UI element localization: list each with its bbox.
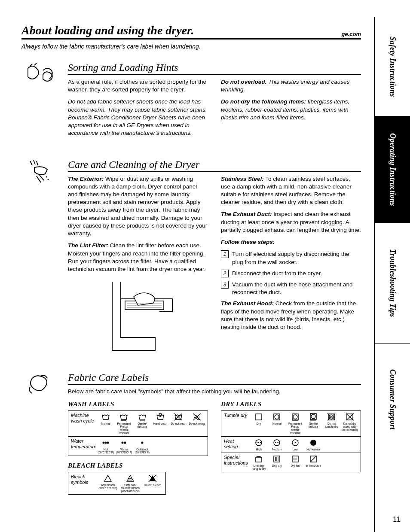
svg-point-22	[257, 442, 258, 443]
tab-troubleshooting: Troubleshooting Tips	[388, 236, 397, 330]
care-duct: The Exhaust Duct: Inspect and clean the …	[221, 210, 361, 234]
dry-labels-table: Tumble dry Dry Normal Permanent Press/ w…	[221, 410, 361, 472]
svg-point-29	[295, 442, 296, 443]
svg-rect-31	[256, 457, 262, 462]
step-1: Turn off electrical supply by disconnect…	[232, 250, 361, 266]
bleach-labels-title: BLEACH LABELS	[68, 462, 208, 469]
svg-point-6	[124, 441, 126, 444]
step-3-num: 3	[221, 281, 229, 289]
tab-consumer: Consumer Support	[388, 356, 397, 443]
svg-rect-8	[256, 414, 262, 420]
step-2: Disconnect the duct from the dryer.	[232, 270, 361, 277]
tab-operating: Operating Instructions	[388, 120, 397, 219]
svg-point-27	[278, 442, 279, 443]
sorting-p1: As a general rule, if clothes are sorted…	[68, 78, 208, 94]
brand-url: ge.com	[341, 31, 361, 37]
tab-safety: Safety Instructions	[388, 24, 397, 110]
lint-filter-illustration	[95, 277, 181, 355]
svg-point-24	[260, 442, 261, 443]
care-heading: Care and Cleaning of the Dryer	[68, 159, 361, 172]
svg-point-3	[105, 441, 107, 444]
svg-point-25	[274, 440, 280, 446]
fabric-icon	[21, 372, 60, 398]
svg-point-5	[122, 441, 124, 444]
page-number: 11	[393, 516, 401, 523]
svg-point-30	[310, 440, 316, 446]
care-stainless: Stainless Steel: To clean stainless stee…	[221, 175, 361, 207]
svg-point-0	[46, 176, 47, 177]
svg-point-15	[311, 414, 315, 419]
fabric-heading: Fabric Care Labels	[68, 372, 361, 385]
sorting-p3: Do not overload. This wastes energy and …	[221, 78, 361, 94]
svg-point-2	[103, 441, 105, 444]
svg-point-26	[275, 442, 277, 443]
care-hood: The Exhaust Hood: Check from the outside…	[221, 300, 361, 331]
sorting-icon	[21, 62, 60, 88]
sidebar-tabs: Safety Instructions Operating Instructio…	[374, 17, 410, 532]
sorting-p4: Do not dry the following items: fibergla…	[221, 98, 361, 122]
step-1-num: 1	[221, 250, 229, 258]
steps-label: Follow these steps:	[221, 238, 361, 246]
step-2-num: 2	[221, 270, 229, 277]
step-3: Vacuum the duct with the hose attachment…	[232, 281, 361, 296]
svg-point-10	[275, 415, 279, 419]
care-lint: The Lint Filter: Clean the lint filter b…	[68, 242, 208, 273]
svg-point-12	[293, 415, 297, 419]
sorting-heading: Sorting and Loading Hints	[68, 62, 361, 75]
svg-point-7	[141, 441, 143, 444]
page-title: About loading and using the dryer.	[21, 24, 194, 37]
svg-point-4	[107, 441, 109, 444]
svg-point-23	[258, 442, 260, 443]
page-subhead: Always follow the fabric manufacturer's …	[21, 43, 361, 50]
cleaning-icon	[21, 159, 60, 185]
wash-labels-title: WASH LABELS	[68, 401, 208, 408]
sorting-p2: Do not add fabric softener sheets once t…	[68, 98, 208, 137]
wash-labels-table: Machine wash cycle Normal Permanent Pres…	[68, 410, 208, 456]
svg-point-1	[48, 179, 49, 180]
bleach-labels-table: Bleach symbols Any bleach (when needed) …	[68, 472, 166, 495]
care-exterior: The Exterior: Wipe or dust any spills or…	[68, 175, 208, 238]
svg-line-39	[311, 456, 316, 462]
fabric-intro: Below are fabric care label "symbols" th…	[68, 388, 361, 395]
dry-labels-title: DRY LABELS	[221, 401, 361, 408]
